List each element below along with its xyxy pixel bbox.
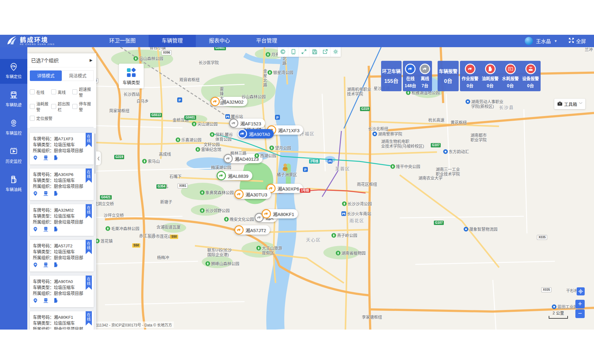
- truck-track-icon: [0, 91, 27, 100]
- track-icon[interactable]: [43, 191, 49, 196]
- locate-icon[interactable]: [33, 227, 38, 232]
- fullscreen-icon: [569, 38, 574, 44]
- locate-icon[interactable]: [33, 191, 38, 196]
- fullscreen-label: 全屏: [576, 37, 586, 45]
- map-scale-bar: [549, 316, 568, 319]
- filter-checkboxes: 在线离线超速报警油耗报警超出围栏停车报警定位报警: [27, 83, 96, 125]
- vehicle-marker-湘A30TU3[interactable]: 湘A30TU3: [234, 190, 271, 199]
- stat-油耗报警: 油耗报警0台: [482, 64, 499, 88]
- truck-icon: [234, 225, 244, 235]
- chevron-down-icon: ﹀: [579, 101, 583, 106]
- vehicle-marker-湘AL8839[interactable]: 湘AL8839: [217, 171, 252, 180]
- toolbox-button[interactable]: 工具箱 ﹀: [554, 99, 585, 109]
- fuel-icon[interactable]: [54, 298, 58, 303]
- truck-icon: [420, 64, 430, 74]
- toolbar-expand-icon[interactable]: [299, 47, 309, 57]
- device-icon: [525, 64, 536, 74]
- mode-tab-简洁模式[interactable]: 简洁模式: [62, 70, 94, 81]
- zoom-out-button[interactable]: −: [575, 309, 585, 318]
- sidebar-item-车辆定位[interactable]: 车辆定位: [0, 59, 27, 84]
- map-scale: 2 公里: [549, 310, 568, 319]
- expand-right-icon[interactable]: ▶: [90, 58, 92, 62]
- truck-icon: [262, 209, 271, 218]
- panel-scrollbar[interactable]: [94, 133, 96, 174]
- track-icon[interactable]: [43, 298, 49, 303]
- vehicle-marker-湘AF1523[interactable]: 湘AF1523: [229, 119, 265, 128]
- vehicle-marker-湘A32M02[interactable]: 湘A32M02: [210, 97, 247, 106]
- checkbox-icon[interactable]: [72, 104, 77, 109]
- checkbox-icon[interactable]: [30, 116, 35, 121]
- fullscreen-button[interactable]: 全屏: [569, 37, 586, 45]
- vehicle-card-湘A71XF3[interactable]: 车牌号码：湘A71XF3车辆类型：垃圾压缩车所属组织：厨余垃圾项目部在 线: [30, 133, 94, 164]
- vehicle-card-湘A32M02[interactable]: 车牌号码：湘A32M02车辆类型：垃圾压缩车所属组织：厨余垃圾项目部在 线: [30, 204, 94, 236]
- fuel-icon[interactable]: [54, 262, 58, 268]
- vehicle-marker-湘A90TA0[interactable]: 湘A90TA0: [238, 129, 274, 138]
- nav-right: 王水晶 ▼ 全屏: [525, 37, 594, 45]
- track-icon[interactable]: [43, 155, 49, 161]
- vehicle-marker-湘A80KF1[interactable]: 湘A80KF1: [262, 209, 298, 218]
- user-name[interactable]: 王水晶: [536, 37, 551, 45]
- checkbox-icon[interactable]: [51, 104, 56, 109]
- vehicle-marker-湘A57JT2[interactable]: 湘A57JT2: [234, 225, 270, 235]
- filter-超出围栏[interactable]: 超出围栏: [51, 101, 73, 112]
- mode-tab-详情模式[interactable]: 详情模式: [30, 70, 62, 81]
- zoom-in-button[interactable]: +: [575, 300, 585, 308]
- chevron-down-icon[interactable]: ▼: [554, 39, 557, 43]
- truck-icon: [210, 97, 220, 106]
- panel-collapse-handle[interactable]: ❮: [96, 151, 101, 165]
- vehicle-type-button[interactable]: 车辆类型: [119, 64, 144, 88]
- toolbar-mobile-icon[interactable]: [288, 47, 299, 57]
- sidebar-item-车辆轨迹[interactable]: 车辆轨迹: [0, 87, 27, 112]
- toolbar-zoom-icon[interactable]: [278, 47, 288, 57]
- fuel-icon[interactable]: [54, 191, 58, 196]
- nav-item-车辆管理[interactable]: 车辆管理: [149, 35, 196, 47]
- track-icon[interactable]: [43, 262, 49, 268]
- truck-icon: [217, 171, 226, 180]
- locate-button[interactable]: [577, 287, 585, 295]
- locate-icon[interactable]: [33, 298, 38, 303]
- vehicle-card-湘A57JT2[interactable]: 车牌号码：湘A57JT2车辆类型：垃圾压缩车所属组织：厨余垃圾项目部在 线: [30, 240, 94, 272]
- filter-定位报警[interactable]: 定位报警: [30, 115, 53, 121]
- nav-item-报表中心[interactable]: 报表中心: [196, 35, 243, 47]
- truck-icon: [238, 129, 247, 138]
- locate-icon[interactable]: [33, 155, 38, 161]
- checkbox-icon[interactable]: [72, 89, 77, 94]
- checkbox-icon[interactable]: [51, 89, 56, 94]
- vehicle-card-湘A80KF1[interactable]: 车牌号码：湘A80KF1车辆类型：垃圾压缩车所属组织：厨余垃圾项目部在 线: [30, 311, 94, 330]
- filter-停车报警[interactable]: 停车报警: [72, 101, 94, 112]
- app-screen: 智谷小镇乌山森林公园长沙医学院月亮岛黄金园互通银星湾公园观音岩枢纽谷山森林公园白…: [0, 0, 594, 364]
- toolbar-save-icon[interactable]: [309, 47, 320, 57]
- fuel-icon: [485, 64, 496, 74]
- stat-设备报警: 设备报警0台: [522, 64, 539, 88]
- map-attribution: 1111342 - 京ICP证030173号 - Data © 长地万方: [92, 321, 174, 328]
- vehicle-type-icon: [119, 67, 144, 78]
- checkbox-icon[interactable]: [30, 89, 35, 94]
- stat-alarm-types: 作业报警0台油耗报警0台水耗报警0台设备报警0台: [460, 61, 541, 91]
- vehicle-marker-湘A30XP6[interactable]: 湘A30XP6: [266, 184, 303, 193]
- brand-subtitle: HE CHENG HUAN JING: [20, 43, 55, 45]
- nav-item-环卫一张图[interactable]: 环卫一张图: [96, 35, 149, 47]
- filter-离线[interactable]: 离线: [51, 86, 73, 98]
- fuel-icon[interactable]: [54, 155, 58, 161]
- filter-在线[interactable]: 在线: [30, 86, 51, 98]
- vehicle-card-湘A90TA0[interactable]: 车牌号码：湘A90TA0车辆类型：垃圾压缩车所属组织：厨余垃圾项目部在 线: [30, 276, 94, 307]
- track-icon[interactable]: [43, 227, 49, 232]
- user-avatar[interactable]: [525, 37, 533, 45]
- nav-item-平台管理[interactable]: 平台管理: [243, 35, 290, 47]
- toolbar-settings-icon[interactable]: [331, 47, 341, 57]
- vehicle-marker-湘AD40123[interactable]: 湘AD40123: [223, 154, 263, 163]
- filter-超速报警[interactable]: 超速报警: [72, 86, 94, 98]
- fuel-icon[interactable]: [54, 227, 58, 232]
- checkbox-icon[interactable]: [30, 104, 35, 109]
- vehicle-card-湘A30XP6[interactable]: 车牌号码：湘A30XP6车辆类型：垃圾压缩车所属组织：厨余垃圾项目部在 线: [30, 169, 94, 200]
- sidebar-item-车辆油耗[interactable]: 车辆油耗: [0, 172, 27, 197]
- locate-icon[interactable]: [33, 262, 38, 268]
- stat-total-vehicles: 环卫车辆 155台: [381, 61, 402, 91]
- toolbar-share-icon[interactable]: [320, 47, 331, 57]
- org-selected-label[interactable]: 已选7个组织: [31, 56, 59, 64]
- sidebar-item-历史监控[interactable]: 历史监控: [0, 144, 27, 169]
- crane-logo-icon: [6, 35, 17, 47]
- sidebar-item-车辆监控[interactable]: 车辆监控: [0, 115, 27, 140]
- filter-油耗报警[interactable]: 油耗报警: [30, 101, 51, 112]
- camera-icon: [0, 119, 27, 128]
